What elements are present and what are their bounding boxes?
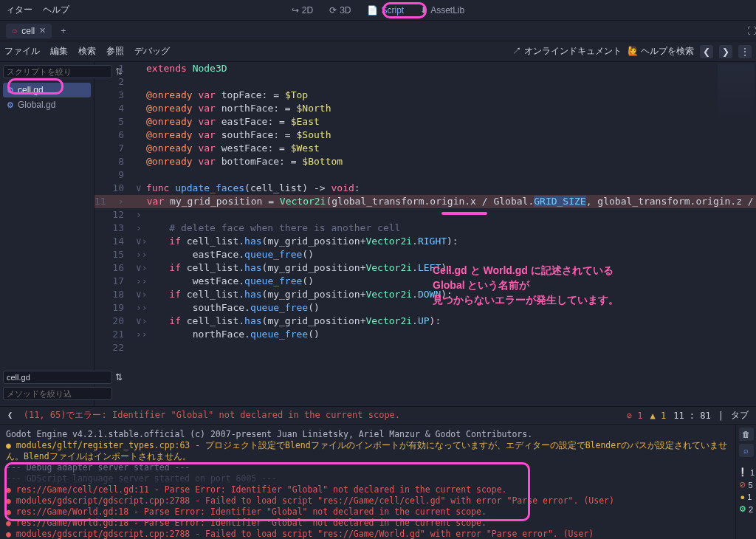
tab-close-icon[interactable]: ✕ [39, 26, 46, 35]
script-menubar: ファイル 編集 検索 参照 デバッグ ↗ オンラインドキュメント 🙋 ヘルプを検… [0, 41, 756, 62]
log-line: --- GDScript language server started on … [6, 473, 729, 484]
log-line: modules/gdscript/gdscript.cpp:2788 - Fai… [6, 529, 729, 539]
search-output-icon[interactable]: ⌕ [739, 444, 754, 457]
line-number: 6 [94, 128, 136, 142]
script-item-label: Global.gd [18, 100, 55, 110]
nav-forward-icon[interactable]: ❯ [719, 45, 732, 58]
line-number: 17 [94, 275, 136, 288]
line-number: 21 [94, 328, 136, 341]
line-number: 3 [94, 89, 136, 102]
log-line: --- Debug adapter server started --- [6, 462, 729, 473]
editor-status-bar: ❮ (11, 65)でエラー: Identifier "Global" not … [0, 406, 756, 424]
minimap[interactable] [718, 63, 755, 123]
line-number: 5 [94, 115, 136, 128]
log-line: res://Game/World.gd:18 - Parse Error: Id… [6, 518, 729, 529]
log-line: modules/gdscript/gdscript.cpp:2788 - Fai… [6, 495, 729, 507]
line-number: 15 [94, 248, 136, 261]
line-number: 19 [94, 301, 136, 315]
menu-edit[interactable]: 編集 [50, 45, 68, 58]
menu-editor[interactable]: ィター [6, 4, 32, 16]
log-line: Godot Engine v4.2.1.stable.official (c) … [6, 429, 729, 440]
script-item-global[interactable]: ⚙ Global.gd [3, 97, 91, 112]
search-help-link[interactable]: 🙋 ヘルプを検索 [628, 45, 694, 58]
line-number: 4 [94, 102, 136, 115]
mode-3d[interactable]: ⟳ 3D [325, 4, 355, 17]
line-number: 11 [94, 195, 118, 208]
mode-assetlib[interactable]: ⬇ AssetLib [416, 4, 469, 17]
online-docs-link[interactable]: ↗ オンラインドキュメント [512, 45, 621, 58]
log-line: modules/gltf/register_types.cpp:63 - プロジ… [6, 440, 729, 462]
nav-back-icon[interactable]: ❮ [700, 45, 713, 58]
script-item-label: cell.gd [18, 85, 44, 95]
line-number: 7 [94, 142, 136, 155]
line-number: 2 [94, 75, 136, 89]
line-number: 9 [94, 168, 136, 182]
prev-error-icon[interactable]: ❮ [7, 410, 13, 420]
mode-2d[interactable]: ↪ 2D [287, 4, 317, 17]
scene-tabbar: ○ cell ✕ + ⛶ [0, 21, 756, 41]
info-count[interactable]: ❕1 [738, 467, 755, 477]
cursor-position: 11 : 81 [673, 411, 711, 421]
nav-menu-icon[interactable]: ⋮ [738, 45, 752, 58]
menu-debug[interactable]: デバッグ [134, 45, 170, 58]
log-line: res://Game/cell/cell.gd:11 - Parse Error… [6, 484, 729, 495]
line-number: 16 [94, 261, 136, 275]
menu-reference[interactable]: 参照 [106, 45, 124, 58]
code-editor[interactable]: 1extends Node3D 2 3@onready var topFace:… [94, 62, 756, 406]
warning-count[interactable]: ●1 [740, 492, 752, 501]
error-count[interactable]: ⊘5 [739, 480, 752, 490]
line-number: 8 [94, 155, 136, 168]
output-log[interactable]: Godot Engine v4.2.1.stable.official (c) … [0, 425, 735, 539]
line-number: 20 [94, 315, 136, 328]
top-menubar: ィター ヘルプ ↪ 2D ⟳ 3D 📄 Script ⬇ AssetLib [0, 0, 756, 21]
indent-mode[interactable]: タブ [731, 409, 749, 422]
clear-output-icon[interactable]: 🗑 [739, 428, 754, 441]
error-count-icon[interactable]: ⊘ 1 [627, 411, 643, 421]
editor-count[interactable]: ⚙2 [739, 504, 753, 514]
line-number: 12 [94, 208, 136, 222]
line-number: 14 [94, 235, 136, 248]
line-number: 1 [94, 62, 136, 75]
line-number: 18 [94, 288, 136, 301]
gear-icon: ⚙ [7, 100, 14, 110]
unsaved-icon: ○ [12, 26, 17, 36]
output-panel: Godot Engine v4.2.1.stable.official (c) … [0, 424, 756, 539]
warning-count-icon[interactable]: ▲ 1 [650, 411, 667, 421]
log-line: res://Game/World.gd:18 - Parse Error: Id… [6, 507, 729, 518]
line-number: 22 [94, 341, 136, 354]
tab-label: cell [21, 26, 35, 36]
tab-cell[interactable]: ○ cell ✕ [6, 24, 52, 38]
gear-icon: ⚙ [7, 86, 14, 95]
script-sidebar: ⇅ ⚙ cell.gd ⚙ Global.gd ⇅ [0, 62, 94, 406]
error-message: (11, 65)でエラー: Identifier "Global" not de… [24, 410, 400, 420]
output-sidebar: 🗑 ⌕ ❕1 ⊘5 ●1 ⚙2 [735, 425, 756, 539]
line-number: 10 [94, 182, 136, 195]
menu-file[interactable]: ファイル [4, 45, 40, 58]
menu-help[interactable]: ヘルプ [43, 4, 69, 16]
script-item-cell[interactable]: ⚙ cell.gd [3, 83, 91, 97]
mode-script[interactable]: 📄 Script [362, 4, 408, 17]
add-tab-icon[interactable]: + [56, 26, 70, 36]
expand-icon[interactable]: ⛶ [747, 26, 756, 36]
menu-search[interactable]: 検索 [78, 45, 96, 58]
line-number: 13 [94, 222, 136, 235]
